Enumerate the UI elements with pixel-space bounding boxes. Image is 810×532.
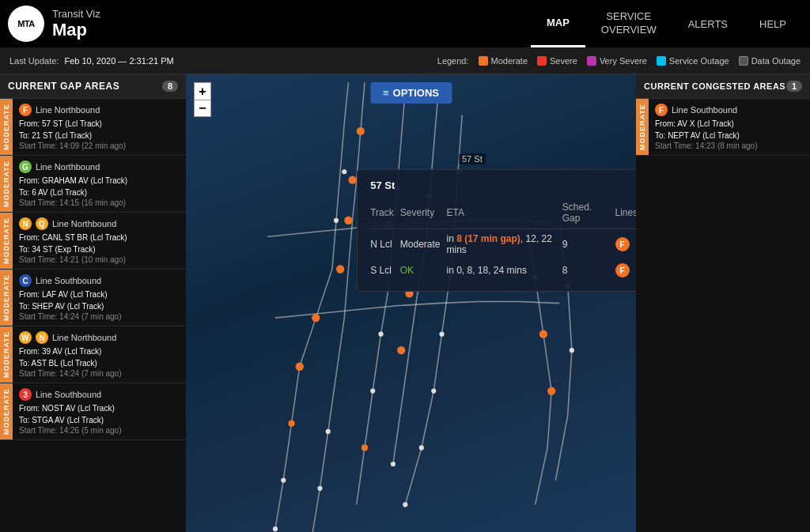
popup-eta-1: in 8 (17 min gap), 12, 22 mins bbox=[446, 229, 562, 260]
legend-moderate-label: Moderate bbox=[491, 56, 528, 66]
svg-point-23 bbox=[317, 486, 322, 491]
popup-track-2: S Lcl bbox=[370, 259, 400, 281]
gap-time-1: Start Time: 14:09 (22 min ago) bbox=[19, 141, 180, 150]
legend-data-outage-dot bbox=[739, 56, 748, 66]
gap-name-3: Line Northbound bbox=[52, 219, 116, 228]
gap-time-5: Start Time: 14:24 (7 min ago) bbox=[19, 369, 180, 378]
gap-item-5[interactable]: MODERATE W N Line Northbound From: 39 AV… bbox=[0, 326, 186, 383]
popup-sched-gap-2: 8 bbox=[562, 259, 615, 281]
svg-point-36 bbox=[547, 387, 555, 394]
congested-time-1: Start Time: 14:23 (8 min ago) bbox=[655, 141, 804, 150]
popup-sched-gap-1: 9 bbox=[562, 229, 615, 260]
legend-service-outage-label: Service Outage bbox=[669, 56, 729, 66]
severity-tag-6: MODERATE bbox=[0, 383, 13, 440]
congested-item-1[interactable]: MODERATE F Line Southbound From: AV X (L… bbox=[636, 99, 810, 156]
popup-row-1: N Lcl Moderate in 8 (17 min gap), 12, 22… bbox=[370, 229, 636, 260]
svg-point-21 bbox=[378, 332, 383, 337]
gap-item-6[interactable]: MODERATE 3 Line Southbound From: NOST AV… bbox=[0, 383, 186, 440]
svg-point-1 bbox=[336, 265, 344, 273]
popup-severity-1: Moderate bbox=[400, 229, 447, 260]
legend-severe-label: Severe bbox=[550, 56, 577, 66]
line-badge-n-5: N bbox=[36, 331, 48, 344]
popup-header-lines: Lines bbox=[615, 199, 636, 229]
zoom-out-button[interactable]: − bbox=[194, 100, 211, 117]
line-badge-c-4: C bbox=[19, 274, 32, 287]
svg-point-6 bbox=[397, 346, 405, 354]
line-badge-3-6: 3 bbox=[19, 388, 32, 401]
svg-point-5 bbox=[348, 175, 356, 183]
severity-tag-3: MODERATE bbox=[0, 213, 13, 269]
gap-item-3[interactable]: MODERATE N Q Line Northbound From: CANL … bbox=[0, 213, 186, 270]
popup-lines-2: F bbox=[615, 259, 636, 281]
gap-detail-1: From: 57 ST (Lcl Track) To: 21 ST (Lcl T… bbox=[19, 118, 180, 141]
legend-severe-dot bbox=[537, 56, 547, 66]
line-badge-n-3: N bbox=[19, 217, 32, 230]
right-panel-count: 1 bbox=[786, 81, 802, 92]
svg-point-13 bbox=[342, 169, 346, 174]
mta-logo: MTA bbox=[8, 6, 44, 42]
gap-time-3: Start Time: 14:21 (10 min ago) bbox=[19, 255, 180, 264]
nav-service-overview[interactable]: SERVICE OVERVIEW bbox=[585, 0, 672, 47]
map-svg bbox=[186, 74, 636, 532]
right-panel: CURRENT CONGESTED AREAS 1 MODERATE F Lin… bbox=[636, 74, 810, 532]
severity-tag-1: MODERATE bbox=[0, 99, 13, 155]
legend-very-severe: Very Severe bbox=[587, 56, 647, 66]
nav-alerts[interactable]: ALERTS bbox=[672, 0, 744, 47]
app-title-top: Transit Viz bbox=[52, 8, 100, 20]
main-content: CURRENT GAP AREAS 8 MODERATE F Line Nort… bbox=[0, 74, 810, 532]
gap-item-4[interactable]: MODERATE C Line Southbound From: LAF AV … bbox=[0, 270, 186, 326]
mta-logo-text: MTA bbox=[17, 19, 35, 28]
legend-moderate: Moderate bbox=[479, 56, 528, 66]
svg-point-20 bbox=[370, 388, 375, 393]
gap-line-4: C Line Southbound bbox=[19, 274, 180, 287]
svg-point-25 bbox=[281, 477, 286, 482]
congested-detail-1: From: AV X (Lcl Track) To: NEPT AV (Lcl … bbox=[655, 118, 804, 141]
svg-point-8 bbox=[312, 314, 320, 322]
options-icon: ≡ bbox=[383, 87, 389, 99]
gap-detail-2: From: GRAHAM AV (Lcl Track) To: 6 AV (Lc… bbox=[19, 175, 180, 198]
severity-tag-4: MODERATE bbox=[0, 270, 13, 326]
line-badge-g-2: G bbox=[19, 160, 32, 173]
zoom-in-button[interactable]: + bbox=[194, 82, 211, 100]
left-panel-count: 8 bbox=[162, 81, 178, 92]
map-area[interactable]: 57 St + − ≡ OPTIONS 57 St Track Severity… bbox=[186, 74, 636, 532]
legend-data-outage-label: Data Outage bbox=[751, 56, 801, 66]
svg-point-18 bbox=[439, 332, 444, 337]
line-badge-w-5: W bbox=[19, 331, 32, 344]
app-title-bottom: Map bbox=[52, 20, 100, 40]
svg-point-35 bbox=[539, 330, 547, 338]
svg-point-4 bbox=[357, 127, 365, 135]
popup-header-severity: Severity bbox=[400, 199, 447, 229]
app-header: MTA Transit Viz Map MAP SERVICE OVERVIEW… bbox=[0, 0, 810, 47]
svg-point-28 bbox=[403, 502, 407, 507]
gap-content-5: W N Line Northbound From: 39 AV (Lcl Tra… bbox=[13, 326, 186, 383]
svg-point-19 bbox=[431, 388, 436, 393]
zoom-controls: + − bbox=[194, 82, 211, 117]
update-value: Feb 10, 2020 — 2:31:21 PM bbox=[64, 56, 173, 66]
gap-content-2: G Line Northbound From: GRAHAM AV (Lcl T… bbox=[13, 156, 186, 212]
legend-very-severe-dot bbox=[587, 56, 596, 66]
popup-header-eta: ETA bbox=[446, 199, 562, 229]
legend-moderate-dot bbox=[479, 56, 488, 66]
app-title: Transit Viz Map bbox=[52, 8, 100, 40]
right-panel-title: CURRENT CONGESTED AREAS bbox=[644, 81, 785, 91]
gap-line-2: G Line Northbound bbox=[19, 160, 180, 173]
nav-map[interactable]: MAP bbox=[531, 0, 585, 47]
gap-item-2[interactable]: MODERATE G Line Northbound From: GRAHAM … bbox=[0, 156, 186, 213]
severity-tag-5: MODERATE bbox=[0, 326, 13, 383]
legend-service-outage-dot bbox=[657, 56, 666, 66]
gap-line-3: N Q Line Northbound bbox=[19, 217, 180, 230]
gap-detail-4: From: LAF AV (Lcl Track) To: SHEP AV (Lc… bbox=[19, 289, 180, 312]
line-badge-f-1: F bbox=[19, 104, 32, 116]
legend-data-outage: Data Outage bbox=[739, 56, 801, 66]
options-button[interactable]: ≡ OPTIONS bbox=[370, 82, 452, 104]
nav-help[interactable]: HELP bbox=[744, 0, 802, 47]
svg-point-0 bbox=[344, 217, 352, 224]
legend-very-severe-label: Very Severe bbox=[600, 56, 647, 66]
gap-content-3: N Q Line Northbound From: CANL ST BR (Lc… bbox=[13, 213, 186, 269]
legend-label: Legend: bbox=[437, 56, 469, 66]
congested-line-1: F Line Southbound bbox=[655, 104, 804, 116]
popup-header-sched-gap: Sched. Gap bbox=[562, 199, 615, 229]
gap-line-6: 3 Line Southbound bbox=[19, 388, 180, 401]
gap-item-1[interactable]: MODERATE F Line Northbound From: 57 ST (… bbox=[0, 99, 186, 156]
